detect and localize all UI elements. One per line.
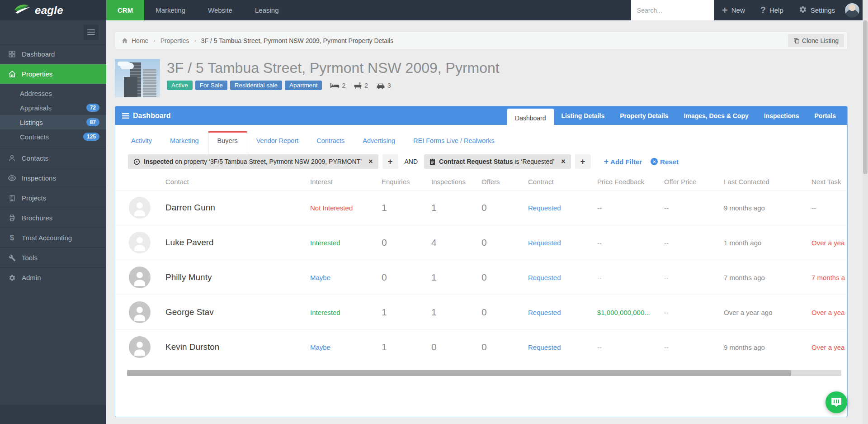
sidebar-item-label: Dashboard xyxy=(22,50,55,58)
subtab-marketing[interactable]: Marketing xyxy=(161,132,208,150)
breadcrumb-properties[interactable]: Properties xyxy=(160,37,189,44)
sidebar-item-trust-accounting[interactable]: $ Trust Accounting xyxy=(0,228,106,248)
contact-name[interactable]: Philly Munty xyxy=(165,272,310,282)
subtab-buyers[interactable]: Buyers xyxy=(208,131,247,154)
sidebar-item-projects[interactable]: Projects xyxy=(0,188,106,208)
nav-tab-leasing[interactable]: Leasing xyxy=(244,0,290,20)
property-thumbnail[interactable] xyxy=(115,59,160,97)
contract-link[interactable]: Requested xyxy=(528,309,597,316)
nav-spacer xyxy=(290,0,631,20)
contact-name[interactable]: Luke Paverd xyxy=(165,238,310,248)
subtab-contracts[interactable]: Contracts xyxy=(307,132,354,150)
bath-icon xyxy=(354,82,362,89)
contract-link[interactable]: Requested xyxy=(528,204,597,212)
interest-cell: Interested xyxy=(310,309,382,316)
contact-name[interactable]: Darren Gunn xyxy=(165,203,310,213)
status-badge-active: Active xyxy=(167,81,193,91)
status-badge-apartment: Apartment xyxy=(285,81,322,91)
next-task-cell: Over a yea xyxy=(811,309,847,316)
table-row[interactable]: Luke Paverd Interested 0 4 0 Requested -… xyxy=(115,225,847,260)
sidebar-collapse-button[interactable] xyxy=(84,25,99,40)
home-icon xyxy=(7,70,17,78)
contact-avatar xyxy=(129,232,151,253)
scrollbar-thumb[interactable] xyxy=(127,370,791,376)
sidebar-item-label: Tools xyxy=(22,254,38,262)
price-feedback-cell: -- xyxy=(597,239,664,247)
sidebar-item-listings[interactable]: Listings 87 xyxy=(0,115,106,129)
offers-cell: 0 xyxy=(481,342,528,353)
table-row[interactable]: Darren Gunn Not Interested 1 1 0 Request… xyxy=(115,190,847,225)
sidebar-item-dashboard[interactable]: Dashboard xyxy=(0,44,106,64)
sidebar-item-brochures[interactable]: Brochures xyxy=(0,208,106,228)
sidebar-item-contacts[interactable]: Contacts xyxy=(0,148,106,168)
offer-price-cell: -- xyxy=(664,239,724,247)
col-offers: Offers xyxy=(481,178,528,186)
interest-cell: Interested xyxy=(310,239,382,247)
contract-link[interactable]: Requested xyxy=(528,274,597,281)
clipboard-icon xyxy=(429,158,435,165)
help-button[interactable]: ? Help xyxy=(753,0,791,20)
scrollbar-thumb[interactable] xyxy=(863,20,868,174)
nav-tab-crm[interactable]: CRM xyxy=(106,0,144,20)
brand-logo[interactable]: eagle xyxy=(0,0,106,20)
clone-listing-button[interactable]: Clone Listing xyxy=(788,34,844,47)
contract-link[interactable]: Requested xyxy=(528,239,597,247)
price-feedback-cell: -- xyxy=(597,204,664,212)
subtab-vendor-report[interactable]: Vendor Report xyxy=(247,132,308,150)
col-next-task: Next Task xyxy=(811,178,847,186)
contact-avatar xyxy=(129,267,151,288)
new-button[interactable]: + New xyxy=(714,0,753,20)
tab-inspections[interactable]: Inspections xyxy=(756,106,807,125)
enquiries-cell: 0 xyxy=(382,272,431,283)
table-header-row: Contact Interest Enquiries Inspections O… xyxy=(115,173,847,190)
sidebar-item-admin[interactable]: Admin xyxy=(0,267,106,287)
subtab-advertising[interactable]: Advertising xyxy=(354,132,404,150)
tab-listing-details[interactable]: Listing Details xyxy=(554,106,613,125)
inspections-cell: 1 xyxy=(431,307,481,318)
add-filter-button[interactable]: + Add Filter xyxy=(604,157,642,167)
page-vertical-scrollbar[interactable] xyxy=(863,0,868,424)
price-feedback-cell: -- xyxy=(597,274,664,281)
table-row[interactable]: Philly Munty Maybe 0 1 0 Requested -- --… xyxy=(115,260,847,295)
properties-submenu: Addresses Appraisals 72 Listings 87 Cont… xyxy=(0,84,106,148)
table-horizontal-scrollbar[interactable] xyxy=(127,370,841,376)
chat-button[interactable] xyxy=(826,391,847,413)
subtab-activity[interactable]: Activity xyxy=(122,132,161,150)
sidebar-item-label: Brochures xyxy=(22,214,52,222)
filter-chip-contract-status[interactable]: Contract Request Status is ‘Requested’ × xyxy=(424,154,571,169)
add-or-condition-button[interactable]: + xyxy=(382,154,398,169)
remove-filter-icon[interactable]: × xyxy=(368,158,373,165)
reset-filters-button[interactable]: × Reset xyxy=(651,158,679,166)
sidebar-item-contracts[interactable]: Contracts 125 xyxy=(0,129,106,144)
clone-icon xyxy=(793,38,800,44)
sidebar-item-label: Trust Accounting xyxy=(22,234,72,242)
contact-name[interactable]: George Stav xyxy=(165,307,310,317)
breadcrumb-current: 3F / 5 Tambua Street, Pyrmont NSW 2009, … xyxy=(201,37,393,44)
table-row[interactable]: George Stav Interested 1 1 0 Requested $… xyxy=(115,295,847,329)
chevron-right-icon: › xyxy=(153,37,155,44)
tab-portals[interactable]: Portals xyxy=(807,106,844,125)
contact-avatar xyxy=(129,197,151,219)
table-row[interactable]: Kevin Durston Maybe 1 0 0 Requested -- -… xyxy=(115,329,847,364)
sidebar-item-tools[interactable]: Tools xyxy=(0,248,106,267)
sidebar-item-inspections[interactable]: Inspections xyxy=(0,168,106,188)
sidebar-item-properties[interactable]: Properties xyxy=(0,64,106,84)
subtab-rei-forms[interactable]: REI Forms Live / Realworks xyxy=(404,132,504,150)
nav-tab-marketing[interactable]: Marketing xyxy=(144,0,197,20)
user-avatar[interactable] xyxy=(844,3,860,18)
sidebar-item-label: Addresses xyxy=(20,90,52,97)
search-input[interactable] xyxy=(637,7,708,14)
tab-dashboard[interactable]: Dashboard xyxy=(507,109,554,127)
add-or-condition-button[interactable]: + xyxy=(575,154,591,169)
sidebar-item-appraisals[interactable]: Appraisals 72 xyxy=(0,100,106,115)
tab-images-docs-copy[interactable]: Images, Docs & Copy xyxy=(676,106,756,125)
sidebar-item-addresses[interactable]: Addresses xyxy=(0,86,106,100)
contract-link[interactable]: Requested xyxy=(528,343,597,351)
contact-name[interactable]: Kevin Durston xyxy=(165,342,310,352)
settings-button[interactable]: Settings xyxy=(791,0,843,20)
filter-chip-inspected[interactable]: Inspected on property ‘3F/5 Tambua Stree… xyxy=(128,154,378,169)
tab-property-details[interactable]: Property Details xyxy=(612,106,676,125)
remove-filter-icon[interactable]: × xyxy=(561,158,565,165)
breadcrumb-home[interactable]: Home xyxy=(132,37,148,44)
nav-tab-website[interactable]: Website xyxy=(197,0,244,20)
